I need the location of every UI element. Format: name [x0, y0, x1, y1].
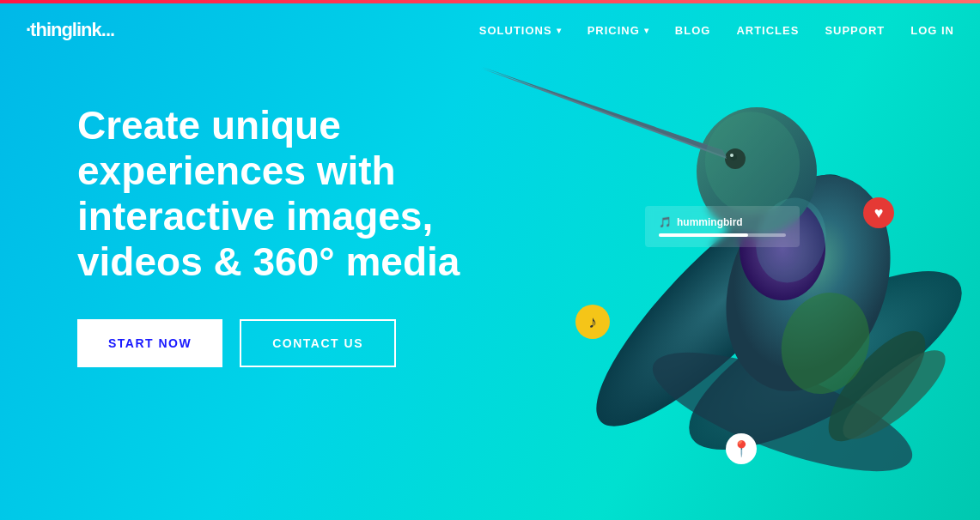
info-card-icon: 🎵: [659, 216, 672, 228]
nav-login[interactable]: LOG IN: [910, 24, 954, 37]
nav-articles[interactable]: ARTICLES: [736, 24, 799, 37]
hero-content: Create unique experiences with interacti…: [77, 103, 541, 367]
music-icon: ♪: [588, 312, 597, 332]
music-pin[interactable]: ♪: [575, 305, 610, 339]
hero-buttons: START NOW CONTACT US: [77, 319, 541, 367]
nav-support[interactable]: SUPPORT: [825, 24, 885, 37]
location-icon: 📍: [732, 439, 751, 458]
hero-title: Create unique experiences with interacti…: [77, 103, 541, 285]
top-accent-bar: [0, 0, 980, 3]
start-now-button[interactable]: START NOW: [77, 319, 222, 367]
info-card-overlay: 🎵 hummingbird: [645, 206, 800, 247]
logo-text: ·thinglink...: [26, 19, 114, 41]
hero-section: ·thinglink... SOLUTIONS ▾ PRICING ▾ BLOG…: [0, 0, 980, 520]
heart-pin[interactable]: ♥: [863, 197, 894, 228]
chevron-down-icon: ▾: [644, 26, 649, 35]
info-card-title: 🎵 hummingbird: [659, 216, 786, 228]
location-pin[interactable]: 📍: [726, 433, 757, 464]
info-card-bar-fill: [659, 233, 748, 237]
info-card-bar-track: [659, 233, 786, 237]
nav-solutions[interactable]: SOLUTIONS ▾: [479, 24, 562, 37]
chevron-down-icon: ▾: [557, 26, 562, 35]
main-nav: SOLUTIONS ▾ PRICING ▾ BLOG ARTICLES SUPP…: [479, 24, 954, 37]
contact-us-button[interactable]: CONTACT US: [240, 319, 396, 367]
nav-blog[interactable]: BLOG: [675, 24, 711, 37]
header: ·thinglink... SOLUTIONS ▾ PRICING ▾ BLOG…: [0, 0, 980, 60]
heart-icon: ♥: [874, 204, 884, 222]
nav-pricing[interactable]: PRICING ▾: [587, 24, 649, 37]
logo[interactable]: ·thinglink...: [26, 19, 114, 41]
